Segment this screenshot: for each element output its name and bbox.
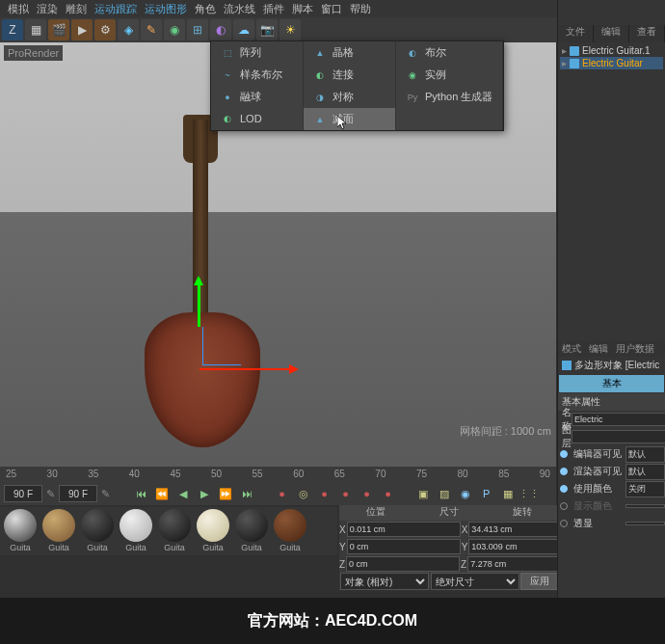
object-Electric Guitar[interactable]: ▸Electric Guitar <box>560 57 663 69</box>
menu-item-阵列[interactable]: ⬚阵列 <box>211 41 303 64</box>
menu-4[interactable]: 运动图形 <box>145 2 187 15</box>
menu-5[interactable]: 角色 <box>195 2 216 15</box>
material-slot-7[interactable]: Guita <box>272 509 308 553</box>
om-tab-编辑[interactable]: 编辑 <box>594 25 629 42</box>
material-slot-3[interactable]: Guita <box>118 509 154 553</box>
attr-tab-模式[interactable]: 模式 <box>558 341 585 357</box>
anim-icon[interactable]: ▨ <box>436 485 453 502</box>
goto-start-icon[interactable]: ⏮ <box>132 485 149 502</box>
material-slot-1[interactable]: Guita <box>40 509 77 553</box>
timeline-ruler[interactable]: 2530354045505560657075808590 <box>0 467 556 482</box>
menu-item-Python 生成器[interactable]: PyPython 生成器 <box>396 86 502 108</box>
goto-end-icon[interactable]: ⏭ <box>238 485 255 502</box>
om-tab-文件[interactable]: 文件 <box>558 25 594 42</box>
key-param-icon[interactable]: ● <box>380 485 397 502</box>
attr-value-编辑器可见[interactable]: 默认 <box>625 446 665 463</box>
gizmo-x-axis[interactable] <box>200 368 296 370</box>
attr-value-使用颜色[interactable]: 关闭 <box>625 481 665 497</box>
toolbar-deform-icon[interactable]: ◐ <box>210 19 231 40</box>
play-reverse-icon[interactable]: ◀ <box>174 485 192 502</box>
attr-value-透显[interactable] <box>625 522 665 525</box>
attr-input-名称[interactable] <box>572 413 665 426</box>
selobj-icon[interactable]: ▣ <box>414 485 432 502</box>
attr-value-渲染器可见[interactable]: 默认 <box>625 464 665 480</box>
radio-icon[interactable] <box>560 502 568 510</box>
coord-y-pos[interactable] <box>347 539 461 554</box>
toolbar-camera-icon[interactable]: 📷 <box>256 19 278 40</box>
material-ball-icon <box>4 509 37 542</box>
window-icon[interactable]: ▦ <box>499 485 517 502</box>
gizmo-y-axis[interactable] <box>198 279 200 327</box>
key-rot-icon[interactable]: ● <box>359 485 376 502</box>
radio-icon[interactable] <box>560 450 568 458</box>
key-scale-icon[interactable]: ● <box>337 485 355 502</box>
toolbar-zoom-icon[interactable]: Z <box>2 19 23 40</box>
menu-1[interactable]: 渲染 <box>37 2 58 15</box>
menu-6[interactable]: 流水线 <box>224 2 255 15</box>
expand-icon[interactable]: ▸ <box>562 45 567 56</box>
prev-key-icon[interactable]: ⏪ <box>153 485 171 502</box>
menu-item-实例[interactable]: ◉实例 <box>396 64 502 86</box>
material-slot-6[interactable]: Guita <box>233 509 270 553</box>
menu-0[interactable]: 模拟 <box>8 2 29 15</box>
menu-item-晶格[interactable]: ▲晶格 <box>304 41 395 64</box>
toolbar-preview-icon[interactable]: ▶ <box>71 19 93 40</box>
attr-tab-编辑[interactable]: 编辑 <box>585 341 612 357</box>
radio-icon[interactable] <box>560 520 568 527</box>
menu-item-连接[interactable]: ◐连接 <box>304 64 395 86</box>
attr-value-显示颜色[interactable] <box>625 504 665 508</box>
menu-item-减面[interactable]: ▲减面 <box>304 108 395 130</box>
menu-10[interactable]: 帮助 <box>350 2 371 15</box>
material-slot-2[interactable]: Guita <box>79 509 116 553</box>
menu-item-LOD[interactable]: ◐LOD <box>211 108 303 129</box>
attr-section-basic[interactable]: 基本 <box>559 375 664 392</box>
menu-item-对称[interactable]: ◑对称 <box>304 86 395 108</box>
attr-input-图层[interactable] <box>572 430 665 443</box>
toolbar-generator-icon[interactable]: ◉ <box>164 19 185 40</box>
toolbar-env-icon[interactable]: ☁ <box>233 19 254 40</box>
material-slot-5[interactable]: Guita <box>195 509 231 553</box>
om-tab-查看[interactable]: 查看 <box>629 25 665 42</box>
gizmo-z-axis[interactable] <box>202 327 241 365</box>
coord-mode-select[interactable]: 对象 (相对) <box>340 573 429 590</box>
autokey-icon[interactable]: ◎ <box>295 485 312 502</box>
menu-9[interactable]: 窗口 <box>321 2 342 15</box>
menu-3[interactable]: 运动跟踪 <box>94 2 137 15</box>
menu-item-布尔[interactable]: ◐布尔 <box>396 41 502 64</box>
toolbar-light-icon[interactable]: ☀ <box>279 19 301 40</box>
key-pos-icon[interactable]: ● <box>316 485 333 502</box>
opt-p-icon[interactable]: P <box>478 485 495 502</box>
material-slot-0[interactable]: Guita <box>2 509 39 553</box>
record-icon[interactable]: ● <box>274 485 291 502</box>
attr-tab-用户数据[interactable]: 用户数据 <box>612 341 658 357</box>
toolbar-select-icon[interactable]: ▦ <box>25 19 46 40</box>
polygon-icon <box>570 46 579 56</box>
frame-current-input[interactable] <box>4 485 42 502</box>
toolbar-render-icon[interactable]: 🎬 <box>48 19 69 40</box>
coord-x-pos[interactable] <box>347 522 461 537</box>
radio-icon[interactable] <box>560 468 568 475</box>
toolbar-cube-icon[interactable]: ◈ <box>118 19 139 40</box>
menu-2[interactable]: 雕刻 <box>66 2 87 15</box>
frame-end-input[interactable] <box>59 485 97 502</box>
point-icon[interactable]: ◉ <box>457 485 474 502</box>
expand-icon[interactable]: ▸ <box>562 58 567 68</box>
toolbar-settings-icon[interactable]: ⚙ <box>94 19 116 40</box>
menu-item-融球[interactable]: ●融球 <box>211 86 303 108</box>
play-forward-icon[interactable]: ▶ <box>196 485 213 502</box>
material-ball-icon <box>120 509 152 542</box>
menu-8[interactable]: 脚本 <box>292 2 313 15</box>
object-Electric Guitar.1[interactable]: ▸Electric Guitar.1 <box>560 44 663 57</box>
menu-7[interactable]: 插件 <box>263 2 284 15</box>
quant-icon[interactable]: ⋮⋮ <box>520 485 538 502</box>
coord-size-mode-select[interactable]: 绝对尺寸 <box>431 573 519 590</box>
toolbar-array-icon[interactable]: ⊞ <box>187 19 208 40</box>
coord-z-pos[interactable] <box>346 556 460 572</box>
radio-icon[interactable] <box>560 485 568 493</box>
right-panel: 文件编辑查看 ▸Electric Guitar.1▸Electric Guita… <box>557 0 665 598</box>
coord-apply-button[interactable]: 应用 <box>520 573 559 590</box>
next-key-icon[interactable]: ⏩ <box>217 485 234 502</box>
menu-item-样条布尔[interactable]: ~样条布尔 <box>211 64 303 86</box>
material-slot-4[interactable]: Guita <box>156 509 193 553</box>
toolbar-spline-icon[interactable]: ✎ <box>141 19 162 40</box>
